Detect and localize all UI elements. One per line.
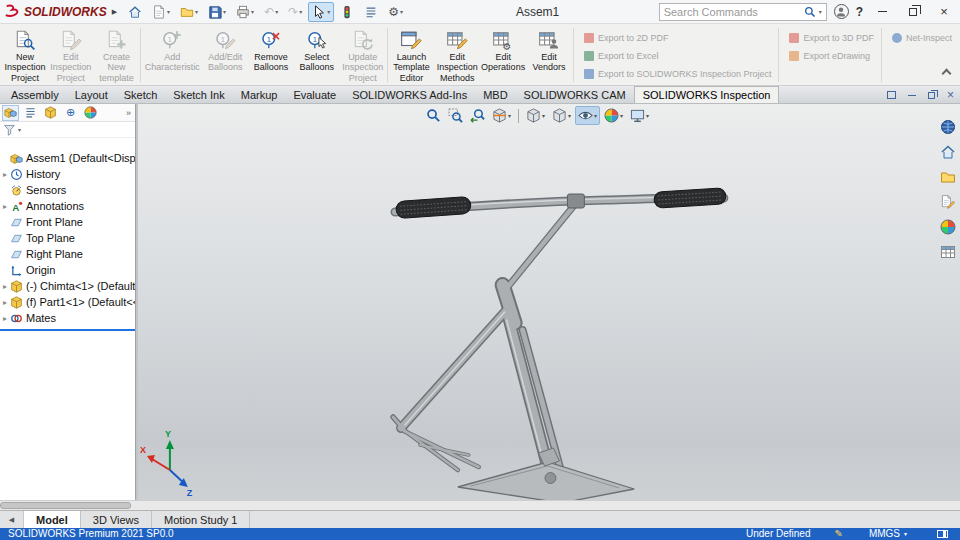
export-to-2d-pdf-button[interactable]: Export to 2D PDF [584, 33, 772, 43]
tree-item-history[interactable]: ▸History [0, 166, 135, 182]
hide-show-items-button[interactable]: ▾ [575, 106, 600, 125]
update-inspection-project-button[interactable]: Update Inspection Project [340, 26, 386, 83]
zoom-to-area-button[interactable] [445, 106, 466, 125]
view-orientation-button[interactable]: ▾ [523, 106, 548, 125]
tab-scroll-left-icon[interactable]: ◀ [0, 511, 24, 528]
undo-button[interactable]: ↶▾ [260, 2, 282, 22]
open-button[interactable]: ▾ [176, 2, 202, 22]
restore-button[interactable] [901, 2, 925, 22]
help-button[interactable]: ? [856, 5, 863, 19]
dropdown-caret-icon[interactable]: ▾ [400, 8, 403, 15]
appearances-tab[interactable] [938, 218, 958, 236]
float-window-icon[interactable] [887, 91, 896, 99]
custom-properties-tab[interactable] [938, 243, 958, 261]
units-dropdown-icon[interactable]: ▾ [904, 528, 907, 540]
toolbar-flyout-icon[interactable]: ▶ [112, 8, 117, 16]
edit-inspection-project-button[interactable]: Edit Inspection Project [48, 26, 94, 83]
tab-solidworks-inspection[interactable]: SOLIDWORKS Inspection [634, 86, 780, 103]
dropdown-caret-icon[interactable]: ▾ [275, 8, 278, 15]
expand-arrow-icon[interactable]: ▸ [0, 314, 10, 323]
tab-assembly[interactable]: Assembly [3, 87, 67, 103]
tab-markup[interactable]: Markup [233, 87, 286, 103]
rebuild-button[interactable] [336, 2, 358, 22]
options-button[interactable]: ⚙▾ [384, 2, 407, 22]
tree-item-part1[interactable]: ▸(f) Part1<1> (Default<<D [0, 294, 135, 310]
view-settings-button[interactable]: ▾ [627, 106, 652, 125]
print-button[interactable]: ▾ [232, 2, 258, 22]
dropdown-caret-icon[interactable]: ▾ [646, 112, 649, 119]
dropdown-caret-icon[interactable]: ▾ [568, 112, 571, 119]
previous-view-button[interactable] [467, 106, 488, 125]
minimize-button[interactable] [870, 2, 894, 22]
tree-item-right-plane[interactable]: Right Plane [0, 246, 135, 262]
export-to-sw-inspection-project-button[interactable]: Export to SOLIDWORKS Inspection Project [584, 69, 772, 79]
tree-item-chimta[interactable]: ▸(-) Chimta<1> (Default< [0, 278, 135, 294]
dropdown-caret-icon[interactable]: ▾ [508, 112, 511, 119]
export-to-excel-button[interactable]: Export to Excel [584, 51, 772, 61]
tree-item-top-plane[interactable]: Top Plane [0, 230, 135, 246]
save-button[interactable]: ▾ [204, 2, 230, 22]
tree-item-origin[interactable]: Origin [0, 262, 135, 278]
panel-tabs-overflow-icon[interactable]: » [126, 108, 133, 118]
dropdown-caret-icon[interactable]: ▾ [594, 112, 597, 119]
units-selector[interactable]: MMGS▾ [869, 528, 907, 540]
dropdown-caret-icon[interactable]: ▾ [195, 8, 198, 15]
edit-appearance-button[interactable]: ▾ [601, 106, 626, 125]
expand-arrow-icon[interactable]: ▸ [0, 298, 10, 307]
dropdown-caret-icon[interactable]: ▾ [299, 8, 302, 15]
home-tab[interactable] [938, 143, 958, 161]
tab-model[interactable]: Model [24, 511, 81, 528]
section-view-button[interactable]: ▾ [489, 106, 514, 125]
expand-arrow-icon[interactable]: ▸ [0, 202, 10, 211]
select-balloons-button[interactable]: Select Balloons [294, 26, 340, 73]
search-commands-box[interactable]: ▾ [659, 3, 827, 21]
tab-solidworks-cam[interactable]: SOLIDWORKS CAM [516, 87, 634, 103]
add-characteristic-button[interactable]: Add Characteristic [142, 26, 202, 73]
tab-sketch-ink[interactable]: Sketch Ink [165, 87, 232, 103]
tab-sketch[interactable]: Sketch [116, 87, 166, 103]
featuremanager-tab[interactable] [2, 105, 19, 121]
edit-vendors-button[interactable]: Edit Vendors [526, 26, 572, 73]
tree-item-mates[interactable]: ▸Mates [0, 310, 135, 326]
add-edit-balloons-button[interactable]: Add/Edit Balloons [202, 26, 248, 73]
display-style-button[interactable]: ▾ [549, 106, 574, 125]
solidworks-resources-tab[interactable] [938, 118, 958, 136]
doc-close-icon[interactable]: × [947, 89, 954, 101]
propertymanager-tab[interactable] [22, 105, 39, 121]
search-icon[interactable] [804, 6, 816, 18]
dimxpertmanager-tab[interactable]: ⊕ [62, 105, 79, 121]
tab-motion-study-1[interactable]: Motion Study 1 [152, 511, 250, 528]
dropdown-caret-icon[interactable]: ▾ [223, 8, 226, 15]
search-dropdown-icon[interactable]: ▾ [819, 8, 822, 15]
redo-button[interactable]: ↷▾ [284, 2, 306, 22]
home-button[interactable] [124, 2, 146, 22]
tab-layout[interactable]: Layout [67, 87, 116, 103]
tree-item-annotations[interactable]: ▸Annotations [0, 198, 135, 214]
remove-balloons-button[interactable]: Remove Balloons [248, 26, 294, 73]
expand-arrow-icon[interactable]: ▸ [0, 170, 10, 179]
doc-minimize-icon[interactable] [908, 95, 916, 96]
rollback-bar[interactable] [0, 329, 135, 331]
graphics-area[interactable]: Y X Z ▾ ▾ ▾ ▾ ▾ ▾ [138, 104, 960, 500]
expand-arrow-icon[interactable]: ▸ [0, 282, 10, 291]
tree-item-front-plane[interactable]: Front Plane [0, 214, 135, 230]
scrollbar-thumb[interactable] [0, 502, 131, 509]
design-library-tab[interactable] [938, 168, 958, 186]
filter-funnel-icon[interactable] [3, 123, 16, 136]
dropdown-caret-icon[interactable]: ▾ [620, 112, 623, 119]
tab-3d-views[interactable]: 3D Views [81, 511, 152, 528]
tree-item-assem1[interactable]: Assem1 (Default<Display [0, 150, 135, 166]
configurationmanager-tab[interactable] [42, 105, 59, 121]
statusbar-panel-icon[interactable] [937, 530, 948, 538]
doc-restore-icon[interactable] [928, 92, 935, 99]
model-3d-bicycle-frame[interactable]: Y X Z [138, 104, 960, 500]
dropdown-caret-icon[interactable]: ▾ [327, 8, 330, 15]
edit-inspection-methods-button[interactable]: Edit Inspection Methods [434, 26, 480, 83]
dropdown-caret-icon[interactable]: ▾ [251, 8, 254, 15]
launch-template-editor-button[interactable]: Launch Template Editor [389, 26, 435, 83]
net-inspect-button[interactable]: Net-Inspect [892, 33, 952, 43]
dropdown-caret-icon[interactable]: ▾ [542, 112, 545, 119]
close-button[interactable]: × [932, 2, 956, 22]
horizontal-scrollbar[interactable] [0, 500, 960, 510]
displaymanager-tab[interactable] [82, 105, 99, 121]
